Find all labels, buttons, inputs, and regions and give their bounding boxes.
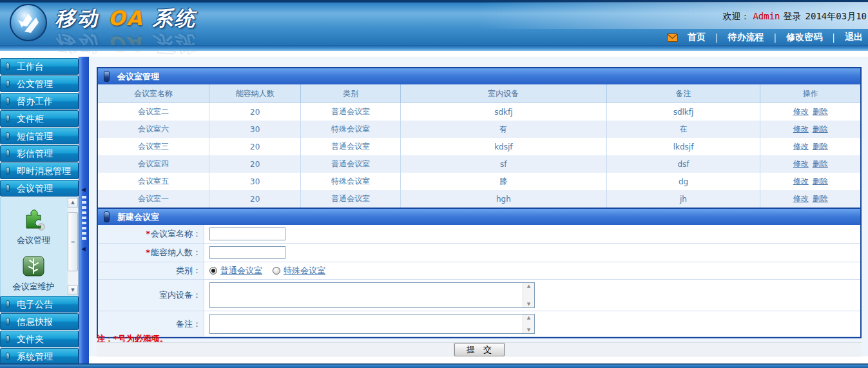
puzzle-icon xyxy=(21,221,46,233)
textarea-scrollbar[interactable]: ▲ ▼ xyxy=(523,315,534,333)
submenu-item-meeting-mgmt[interactable]: 会议管理 xyxy=(1,208,66,246)
delete-link[interactable]: 删除 xyxy=(813,177,828,186)
delete-link[interactable]: 删除 xyxy=(813,194,828,203)
cell-type: 特殊会议室 xyxy=(301,173,401,190)
table-row: 会议室一 20 普通会议室 hgh jh 修改删除 xyxy=(98,190,860,208)
edit-link[interactable]: 修改 xyxy=(793,107,809,116)
table-row: 会议室二 20 普通会议室 sdkfj sdlkfj 修改删除 xyxy=(98,103,860,121)
edit-link[interactable]: 修改 xyxy=(793,194,809,203)
sidebar-item-mms-mgmt[interactable]: 彩信管理 xyxy=(0,145,79,162)
main-content: 会议室管理 会议室名称 能容纳人数 类别 室内设备 备注 操作 会议室二 20 … xyxy=(89,57,868,363)
splitter-grip[interactable] xyxy=(82,196,86,242)
collapse-left-icon[interactable]: ◀ xyxy=(81,246,86,252)
scroll-down-icon[interactable]: ▼ xyxy=(68,286,78,295)
cell-remark: sdlkfj xyxy=(606,103,760,121)
edit-link[interactable]: 修改 xyxy=(793,124,809,133)
sidebar-splitter[interactable]: ◀ ◀ xyxy=(79,57,89,368)
sidebar-item-supervision[interactable]: 督办工作 xyxy=(0,93,79,110)
edit-link[interactable]: 修改 xyxy=(793,159,809,168)
sidebar-item-system-mgmt[interactable]: 系统管理 xyxy=(0,348,79,365)
cell-room-name: 会议室三 xyxy=(98,138,209,155)
scroll-up-icon[interactable]: ▲ xyxy=(523,283,534,289)
delete-link[interactable]: 删除 xyxy=(813,124,828,133)
bullet-icon xyxy=(6,63,10,70)
sidebar-item-document-mgmt[interactable]: 公文管理 xyxy=(0,75,79,92)
sidebar-item-sms-mgmt[interactable]: 短信管理 xyxy=(0,128,79,144)
tree-icon xyxy=(22,267,45,280)
nav-home[interactable]: 首页 xyxy=(688,32,706,43)
delete-link[interactable]: 删除 xyxy=(813,107,828,116)
app-title-part: 系统 xyxy=(153,6,197,30)
cell-room-name: 会议室一 xyxy=(98,190,209,208)
table-row: 会议室三 20 普通会议室 kdsjf lkdsjf 修改删除 xyxy=(98,138,860,155)
sidebar: 工作台 公文管理 督办工作 文件柜 短信管理 彩信管理 即时消息管理 会议管理 … xyxy=(0,58,79,365)
submenu-scrollbar[interactable]: ▲ ≡ ▼ xyxy=(68,198,78,295)
scrollbar-thumb[interactable]: ≡ xyxy=(68,212,78,271)
nav-pending-flow[interactable]: 待办流程 xyxy=(728,32,764,43)
submenu-label: 会议室维护 xyxy=(1,281,66,293)
edit-link[interactable]: 修改 xyxy=(793,142,809,151)
sidebar-item-folder[interactable]: 文件夹 xyxy=(0,331,79,347)
equipment-textarea[interactable] xyxy=(209,282,535,308)
submit-button[interactable]: 提 交 xyxy=(454,343,505,356)
panel-title-bar: 会议室管理 xyxy=(98,68,860,84)
welcome-text: 欢迎：Admin登录2014年03月10 xyxy=(722,11,867,23)
submenu-item-meeting-room-maintain[interactable]: 会议室维护 xyxy=(1,255,66,293)
table-row: 会议室五 30 特殊会议室 膝 dg 修改删除 xyxy=(98,173,860,190)
sidebar-item-im-mgmt[interactable]: 即时消息管理 xyxy=(0,162,79,179)
app-title-reflection: 移动 OA 系统 xyxy=(55,30,197,57)
panel-title-bar: 新建会议室 xyxy=(98,209,860,225)
bullet-icon xyxy=(6,132,10,140)
mail-icon xyxy=(667,34,678,42)
textarea-scrollbar[interactable]: ▲ ▼ xyxy=(523,283,534,307)
scroll-up-icon[interactable]: ▲ xyxy=(68,198,78,208)
sidebar-item-e-bulletin[interactable]: 电子公告 xyxy=(0,296,79,313)
sidebar-item-file-cabinet[interactable]: 文件柜 xyxy=(0,110,79,127)
new-room-form: *会议室名称： *能容纳人数： 类别： 普通会议室特殊会议室 室内设备： xyxy=(98,225,860,337)
sidebar-item-workbench[interactable]: 工作台 xyxy=(0,58,79,75)
scroll-down-icon[interactable]: ▼ xyxy=(523,301,534,307)
radio-normal-room-label[interactable]: 普通会议室 xyxy=(220,266,262,275)
welcome-prefix: 欢迎： xyxy=(722,11,749,21)
cell-remark: dg xyxy=(606,173,760,190)
cell-type: 普通会议室 xyxy=(301,190,401,208)
nav-separator: | xyxy=(715,32,719,43)
collapse-left-icon[interactable]: ◀ xyxy=(81,187,86,193)
nav-logout[interactable]: 退出 xyxy=(845,32,863,43)
col-header-remark: 备注 xyxy=(606,84,760,103)
banner-bottom-strip xyxy=(0,45,868,51)
sidebar-item-meeting-mgmt[interactable]: 会议管理 xyxy=(0,180,79,197)
cell-capacity: 20 xyxy=(209,190,301,208)
col-header-capacity: 能容纳人数 xyxy=(209,84,301,103)
bullet-icon xyxy=(6,335,10,343)
edit-link[interactable]: 修改 xyxy=(793,177,809,186)
bullet-icon xyxy=(6,300,10,308)
col-header-name: 会议室名称 xyxy=(98,84,209,103)
equipment-label: 室内设备： xyxy=(98,280,204,311)
cell-remark: jh xyxy=(606,190,760,208)
cell-equipment: sf xyxy=(401,155,606,173)
panel-title: 新建会议室 xyxy=(117,211,159,223)
radio-normal-room[interactable] xyxy=(209,267,217,275)
nav-change-password[interactable]: 修改密码 xyxy=(786,32,822,43)
remark-textarea[interactable] xyxy=(209,314,535,334)
delete-link[interactable]: 删除 xyxy=(813,142,828,151)
scroll-down-icon[interactable]: ▼ xyxy=(523,327,534,333)
room-name-label: *会议室名称： xyxy=(98,225,204,244)
room-name-input[interactable] xyxy=(209,228,285,240)
cell-room-name: 会议室六 xyxy=(98,121,209,138)
cell-remark: dsf xyxy=(606,155,760,173)
delete-link[interactable]: 删除 xyxy=(813,159,828,168)
oa-system-page: 移动 OA 系统 移动 OA 系统 欢迎：Admin登录2014年03月10 首… xyxy=(0,0,868,368)
new-meeting-room-panel: 新建会议室 *会议室名称： *能容纳人数： 类别： 普通会议室特殊会议室 xyxy=(97,208,862,338)
table-row: 会议室六 30 特殊会议室 有 在 修改删除 xyxy=(98,121,860,138)
capacity-label: *能容纳人数： xyxy=(98,244,204,262)
cell-room-name: 会议室二 xyxy=(98,103,209,121)
radio-special-room[interactable] xyxy=(273,267,280,275)
radio-special-room-label[interactable]: 特殊会议室 xyxy=(284,266,325,275)
sidebar-item-info-express[interactable]: 信息快报 xyxy=(0,313,79,330)
capacity-input[interactable] xyxy=(209,246,285,259)
scroll-up-icon[interactable]: ▲ xyxy=(523,315,534,321)
bullet-icon xyxy=(6,318,10,325)
cell-type: 普通会议室 xyxy=(301,103,401,121)
